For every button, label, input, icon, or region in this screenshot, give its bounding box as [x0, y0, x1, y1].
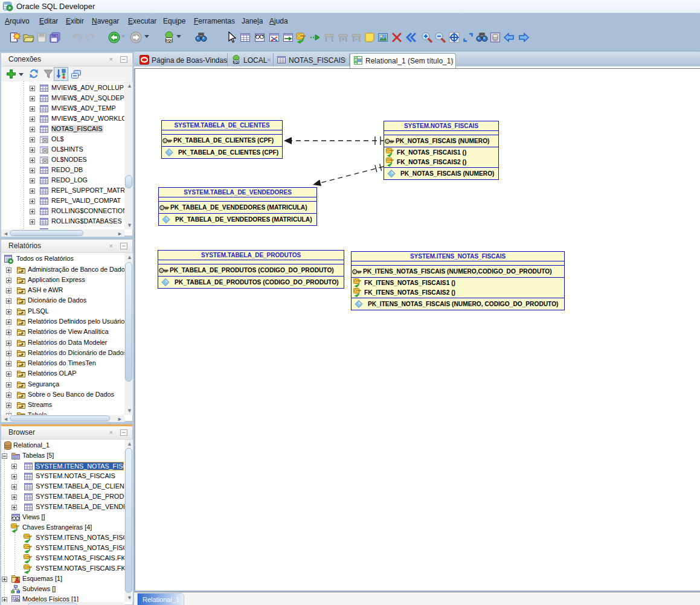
- svg-text:SQL: SQL: [165, 39, 173, 42]
- svg-text:SQL: SQL: [233, 60, 239, 64]
